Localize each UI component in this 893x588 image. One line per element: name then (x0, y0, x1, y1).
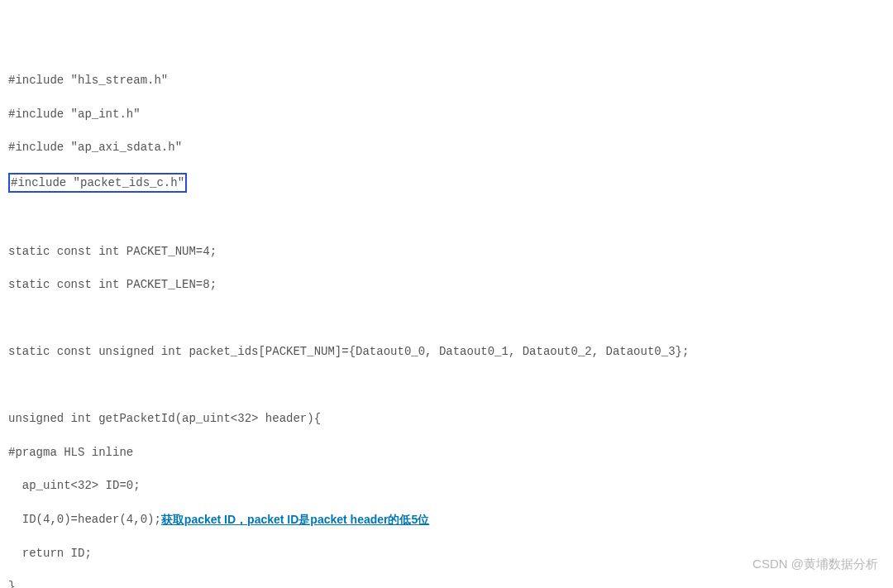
code-line: static const int PACKET_LEN=8; (8, 276, 885, 293)
annotation-get-id: 获取packet ID，packet ID是packet header的低5位 (161, 511, 429, 528)
watermark: CSDN @黄埔数据分析 (752, 555, 878, 573)
code-line: ap_uint<32> ID=0; (8, 477, 885, 494)
code-line-with-annotation: ID(4,0)=header(4,0);获取packet ID，packet I… (8, 511, 885, 528)
blank-line (8, 210, 885, 227)
code-line: } (8, 578, 885, 588)
code-line: static const int PACKET_NUM=4; (8, 243, 885, 260)
highlight-box-include: #include "packet_ids_c.h" (8, 173, 187, 193)
code-line: static const unsigned int packet_ids[PAC… (8, 343, 885, 360)
blank-line (8, 310, 885, 327)
code-line: #include "ap_axi_sdata.h" (8, 139, 885, 155)
blank-line (8, 377, 885, 394)
code-line: #include "hls_stream.h" (8, 72, 885, 88)
code-line: unsigned int getPacketId(ap_uint<32> hea… (8, 410, 885, 427)
code-line: #include "ap_int.h" (8, 106, 885, 122)
code-line: #pragma HLS inline (8, 444, 885, 461)
code-fragment: ID(4,0)=header(4,0); (8, 511, 161, 528)
code-include-highlight: #include "packet_ids_c.h" (8, 173, 885, 193)
